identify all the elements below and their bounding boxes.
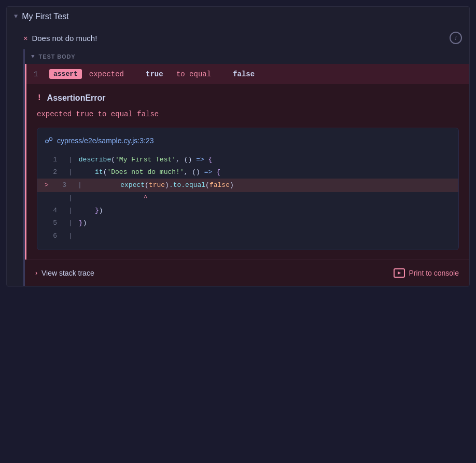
code-block: ☍ cypress/e2e/sample.cy.js:3:23 1 | desc… xyxy=(37,128,459,250)
test-row[interactable]: ✕ Does not do much! ! xyxy=(7,26,469,49)
print-to-console-label: Print to console xyxy=(409,269,459,277)
error-panel: ! AssertionError expected true to equal … xyxy=(25,84,469,260)
code-line-caret: | ^ xyxy=(45,192,451,205)
code-line-5: 5 | }) xyxy=(45,217,451,229)
command-line-number: 1 xyxy=(34,70,42,78)
view-stack-trace-button[interactable]: › View stack trace xyxy=(35,269,94,277)
line-arrow-1 xyxy=(59,154,66,166)
command-line[interactable]: 1 assert expected true to equal false xyxy=(25,64,469,84)
line-pipe-caret: | xyxy=(68,193,73,204)
code-line-1: 1 | describe('My First Test', () => { xyxy=(45,154,451,166)
line-arrow-4 xyxy=(59,205,66,216)
line-num-1: 1 xyxy=(45,154,57,166)
line-num-2: 2 xyxy=(45,167,57,178)
code-line-6: 6 | xyxy=(45,230,451,242)
code-line-3: > 3 | expect(true).to.equal(false) xyxy=(37,179,458,192)
code-file-link[interactable]: ☍ cypress/e2e/sample.cy.js:3:23 xyxy=(45,135,451,145)
line-arrow-2 xyxy=(59,167,66,178)
code-line-2: 2 | it('Does not do much!', () => { xyxy=(45,166,451,179)
line-num-4: 4 xyxy=(45,205,57,216)
code-file-path: cypress/e2e/sample.cy.js:3:23 xyxy=(57,137,154,145)
exclamation-icon: ! xyxy=(37,93,42,103)
command-text: expected true to equal false xyxy=(89,70,255,78)
assert-badge: assert xyxy=(49,69,82,79)
line-pipe-1: | xyxy=(68,154,73,166)
test-title: Does not do much! xyxy=(32,34,445,43)
line-pipe-3: | xyxy=(78,180,82,191)
line-pipe-6: | xyxy=(68,230,73,242)
test-failed-icon: ✕ xyxy=(23,34,27,43)
line-num-3: 3 xyxy=(54,180,66,191)
test-body-label: TEST BODY xyxy=(39,53,76,60)
line-pipe-4: | xyxy=(68,205,73,216)
file-icon: ☍ xyxy=(45,135,53,145)
line-content-1: describe('My First Test', () => { xyxy=(79,154,213,166)
line-arrow-3: > xyxy=(45,180,52,191)
line-num-caret xyxy=(45,193,57,204)
line-num-5: 5 xyxy=(45,217,57,229)
true-value: true xyxy=(146,70,163,78)
line-content-2: it('Does not do much!', () => { xyxy=(79,167,220,178)
error-footer: › View stack trace Print to console xyxy=(25,260,469,286)
line-num-6: 6 xyxy=(45,230,57,242)
test-body-chevron-icon: ▼ xyxy=(31,53,35,60)
line-content-6 xyxy=(79,230,83,242)
line-arrow-6 xyxy=(59,230,66,242)
error-message: expected true to equal false xyxy=(37,110,459,118)
suite-chevron-icon[interactable]: ▼ xyxy=(14,13,18,20)
code-lines: 1 | describe('My First Test', () => { 2 … xyxy=(45,154,451,242)
to-equal-text: to equal xyxy=(176,70,211,78)
info-icon[interactable]: ! xyxy=(450,32,462,44)
line-content-3: expect(true).to.equal(false) xyxy=(88,180,234,191)
suite-header: ▼ My First Test xyxy=(7,7,469,26)
test-body-header[interactable]: ▼ TEST BODY xyxy=(25,49,469,64)
stack-trace-chevron-icon: › xyxy=(35,269,37,277)
expected-keyword: expected xyxy=(89,70,124,78)
code-line-4: 4 | }) xyxy=(45,205,451,217)
view-stack-trace-label: View stack trace xyxy=(41,269,94,277)
line-content-caret: ^ xyxy=(79,193,148,204)
assertion-error-title: AssertionError xyxy=(47,93,106,103)
line-arrow-caret xyxy=(59,193,66,204)
suite-title: My First Test xyxy=(22,12,68,21)
console-icon xyxy=(394,268,405,278)
line-content-4: }) xyxy=(79,205,103,216)
line-content-5: }) xyxy=(79,217,87,229)
line-space-3 xyxy=(68,180,76,191)
line-pipe-5: | xyxy=(68,217,73,229)
line-arrow-5 xyxy=(59,217,66,229)
false-value: false xyxy=(233,70,255,78)
test-body-section: ▼ TEST BODY 1 assert expected true to eq… xyxy=(23,49,469,286)
assertion-error-header: ! AssertionError xyxy=(37,93,459,103)
test-panel: ▼ My First Test ✕ Does not do much! ! ▼ … xyxy=(6,6,470,287)
line-pipe-2: | xyxy=(68,167,73,178)
print-to-console-button[interactable]: Print to console xyxy=(394,268,459,278)
